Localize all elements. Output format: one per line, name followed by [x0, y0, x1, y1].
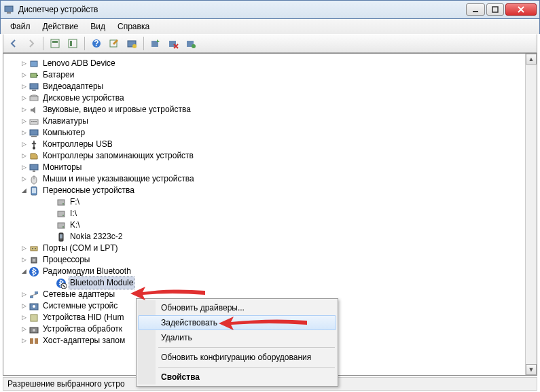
svg-rect-31: [30, 164, 38, 170]
tree-item-label: Батареи: [41, 69, 75, 81]
svg-rect-57: [31, 315, 37, 321]
expand-toggle[interactable]: ▷: [20, 106, 28, 114]
toolbar-icon-1[interactable]: [48, 36, 62, 51]
expand-toggle[interactable]: ▷: [20, 245, 28, 253]
tree-item-label: Звуковые, видео и игровые устройства: [41, 104, 192, 115]
toolbar-icon-5[interactable]: [124, 36, 139, 51]
tree-item[interactable]: K:\: [7, 219, 524, 231]
tree-item[interactable]: F:\: [7, 196, 524, 208]
tree-item-label: Nokia 2323c-2: [69, 231, 124, 243]
expand-toggle[interactable]: ▷: [20, 129, 28, 137]
expand-toggle[interactable]: [47, 221, 55, 230]
tree-item[interactable]: ▷Процессоры: [7, 254, 524, 266]
context-menu: Обновить драйверы... Задействовать Удали…: [136, 298, 338, 387]
tree-item[interactable]: ▷Звуковые, видео и игровые устройства: [7, 104, 524, 115]
svg-rect-53: [30, 296, 33, 298]
tree-item[interactable]: I:\: [7, 208, 524, 219]
svg-rect-20: [30, 84, 38, 89]
vertical-scrollbar[interactable]: ▲ ▼: [525, 54, 537, 375]
tree-item[interactable]: ▷Порты (COM и LPT): [7, 243, 524, 254]
tree-item[interactable]: ▷Дисковые устройства: [7, 92, 524, 104]
expand-toggle[interactable]: ▷: [20, 302, 28, 310]
tree-item-label: Переносные устройства: [41, 185, 136, 196]
tree-item-portable[interactable]: ◢Переносные устройства: [7, 185, 524, 196]
drive-icon: [56, 209, 67, 219]
forward-button[interactable]: [24, 36, 39, 51]
tree-item-label: I:\: [69, 208, 78, 219]
expand-toggle[interactable]: [47, 279, 55, 287]
ctx-properties[interactable]: Свойства: [138, 370, 336, 385]
svg-point-42: [62, 226, 64, 228]
menu-file[interactable]: Файл: [5, 20, 36, 33]
expand-toggle[interactable]: [47, 210, 55, 218]
maximize-button[interactable]: [486, 3, 504, 16]
menu-help[interactable]: Справка: [112, 20, 155, 33]
tree-item[interactable]: ▷Lenovo ADB Device: [7, 58, 524, 69]
tree-item-label: Контроллеры USB: [41, 139, 114, 150]
toolbar-icon-2[interactable]: [65, 36, 80, 51]
tree-item-label: Видеоадаптеры: [41, 81, 105, 92]
tree-item[interactable]: Nokia 2323c-2: [7, 231, 524, 243]
scroll-up-button[interactable]: ▲: [526, 54, 537, 65]
tree-item[interactable]: ▷Клавиатуры: [7, 115, 524, 127]
expand-toggle[interactable]: ▷: [20, 94, 28, 103]
svg-rect-5: [52, 41, 58, 43]
svg-point-38: [62, 203, 64, 204]
tree-item[interactable]: ▷Мониторы: [7, 162, 524, 173]
tree-item[interactable]: ▷Батареи: [7, 69, 524, 81]
expand-toggle[interactable]: ▷: [20, 152, 28, 160]
expand-toggle[interactable]: ◢: [20, 268, 28, 276]
svg-rect-32: [33, 171, 35, 172]
expand-toggle[interactable]: ▷: [20, 141, 28, 149]
expand-toggle[interactable]: ▷: [20, 314, 28, 322]
network-icon: [29, 289, 39, 300]
close-button[interactable]: [505, 3, 537, 16]
menu-bar: Файл Действие Вид Справка: [0, 19, 540, 34]
minimize-button[interactable]: [466, 3, 485, 16]
back-button[interactable]: [6, 36, 21, 51]
svg-rect-23: [30, 96, 38, 101]
menu-view[interactable]: Вид: [85, 20, 111, 33]
ctx-refresh-config[interactable]: Обновить конфигурацию оборудования: [138, 350, 336, 365]
tree-item-bluetooth-module[interactable]: Bluetooth Module: [7, 277, 524, 289]
expand-toggle[interactable]: ▷: [20, 291, 28, 299]
expand-toggle[interactable]: ▷: [20, 256, 28, 264]
tree-item[interactable]: ▷Контроллеры запоминающих устройств: [7, 150, 524, 162]
expand-toggle[interactable]: ▷: [20, 164, 28, 172]
portable-icon: [29, 185, 39, 196]
svg-rect-26: [33, 121, 35, 122]
expand-toggle[interactable]: [47, 233, 55, 241]
expand-toggle[interactable]: ▷: [20, 83, 28, 91]
drive-icon: [56, 220, 67, 231]
expand-toggle[interactable]: ◢: [20, 187, 28, 195]
status-text: Разрешение выбранного устро: [7, 379, 125, 389]
usb-icon: [29, 139, 39, 150]
menu-action[interactable]: Действие: [37, 20, 84, 33]
scroll-down-button[interactable]: ▼: [526, 364, 537, 375]
help-icon[interactable]: ?: [89, 36, 104, 51]
toolbar-icon-6[interactable]: [148, 36, 163, 51]
toolbar-icon-8[interactable]: [183, 36, 198, 51]
disk-icon: [29, 93, 39, 104]
ctx-separator: [158, 347, 335, 348]
annotation-arrow-icon: [130, 286, 205, 303]
expand-toggle[interactable]: ▷: [20, 325, 28, 334]
toolbar-icon-4[interactable]: [107, 36, 122, 51]
toolbar-icon-7[interactable]: [166, 36, 181, 51]
tree-item-label: Клавиатуры: [41, 115, 90, 127]
expand-toggle[interactable]: ▷: [20, 60, 28, 68]
tree-item[interactable]: ▷Компьютер: [7, 127, 524, 139]
tree-item[interactable]: ▷Мыши и иные указывающие устройства: [7, 173, 524, 185]
expand-toggle[interactable]: [47, 198, 55, 207]
tree-item-label: Радиомодули Bluetooth: [41, 266, 132, 277]
tree-item[interactable]: ▷Видеоадаптеры: [7, 81, 524, 92]
expand-toggle[interactable]: ▷: [20, 118, 28, 126]
expand-toggle[interactable]: ▷: [20, 337, 28, 345]
svg-point-12: [132, 44, 137, 48]
tree-item[interactable]: ▷Контроллеры USB: [7, 139, 524, 150]
svg-rect-25: [31, 121, 33, 122]
expand-toggle[interactable]: ▷: [20, 175, 28, 183]
expand-toggle[interactable]: ▷: [20, 71, 28, 79]
svg-point-47: [35, 248, 36, 249]
tree-item-bluetooth[interactable]: ◢Радиомодули Bluetooth: [7, 266, 524, 277]
